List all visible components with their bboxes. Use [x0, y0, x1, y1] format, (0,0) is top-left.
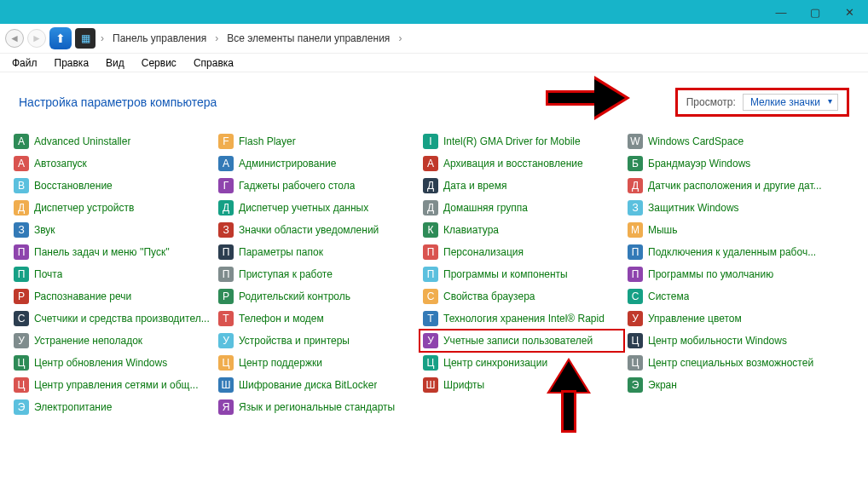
cp-item[interactable]: ААвтозапуск [10, 152, 215, 175]
cp-item-icon: П [14, 267, 29, 282]
breadcrumb[interactable]: ›Панель управления›Все элементы панели у… [99, 31, 403, 46]
cp-item[interactable]: ППерсонализация [420, 241, 624, 263]
cp-item[interactable]: ППочта [10, 263, 215, 285]
chevron-right-icon: › [396, 32, 403, 44]
cp-item-icon: Т [423, 311, 438, 326]
menubar: ФайлПравкаВидСервисСправка [0, 53, 868, 72]
cp-item[interactable]: ЗЗвук [10, 219, 215, 241]
cp-item-icon: З [628, 200, 643, 216]
cp-item[interactable]: ААдминистрирование [215, 152, 420, 175]
cp-item[interactable]: ЭЭлектропитание [10, 396, 215, 418]
cp-item[interactable]: AAdvanced Uninstaller [10, 130, 215, 152]
cp-item-icon: З [218, 222, 234, 238]
cp-item-icon: С [14, 311, 29, 326]
view-label: Просмотр: [686, 96, 736, 108]
cp-item[interactable]: ЦЦентр синхронизации [420, 352, 624, 374]
cp-item-icon: Ц [14, 355, 29, 371]
cp-item-label: Диспетчер устройств [34, 202, 134, 214]
cp-item[interactable]: ССистема [624, 285, 829, 307]
cp-item[interactable]: FFlash Player [215, 130, 420, 152]
cp-item-icon: С [423, 289, 438, 304]
cp-item-icon: Ц [14, 377, 29, 393]
maximize-button[interactable]: ▢ [798, 2, 832, 22]
cp-item[interactable]: УУправление цветом [624, 307, 829, 330]
cp-item[interactable]: ДДомашняя группа [420, 197, 624, 219]
cp-item-label: Домашняя группа [443, 202, 528, 214]
menu-сервис[interactable]: Сервис [135, 55, 183, 71]
cp-item-icon: Г [218, 178, 234, 193]
chevron-right-icon: › [213, 32, 220, 44]
cp-item[interactable]: ППанель задач и меню ''Пуск'' [10, 241, 215, 263]
menu-справка[interactable]: Справка [187, 55, 240, 71]
cp-item[interactable]: ССчетчики и средства производител... [10, 307, 215, 330]
cp-item[interactable]: ППараметры папок [215, 241, 420, 263]
cp-item-icon: Ц [628, 355, 643, 371]
menu-вид[interactable]: Вид [99, 55, 131, 71]
cp-item-label: Шрифты [443, 379, 484, 391]
cp-item[interactable]: ППрограммы и компоненты [420, 263, 624, 285]
cp-item[interactable]: ДДиспетчер устройств [10, 197, 215, 219]
cp-item[interactable]: ММышь [624, 219, 829, 241]
cp-item[interactable]: ППрограммы по умолчанию [624, 263, 829, 285]
cp-item-icon: З [14, 222, 29, 238]
cp-item[interactable]: УУчетные записи пользователей [420, 330, 624, 352]
cp-item[interactable]: ГГаджеты рабочего стола [215, 175, 420, 197]
menu-файл[interactable]: Файл [5, 55, 44, 71]
cp-item-icon: Э [14, 399, 29, 415]
cp-item-label: Звук [34, 224, 55, 236]
cp-item[interactable]: УУстранение неполадок [10, 330, 215, 352]
cp-item[interactable]: ППодключения к удаленным рабоч... [624, 241, 829, 263]
cp-item[interactable]: ББрандмауэр Windows [624, 152, 829, 175]
cp-item[interactable]: ССвойства браузера [420, 285, 624, 307]
back-button[interactable]: ◄ [5, 29, 24, 48]
minimize-button[interactable]: — [764, 2, 798, 22]
close-button[interactable]: ✕ [832, 2, 866, 22]
cp-item-label: Система [648, 290, 689, 302]
breadcrumb-item[interactable]: Все элементы панели управления [222, 31, 395, 46]
cp-item-label: Центр специальных возможностей [648, 357, 813, 369]
cp-item-label: Технология хранения Intel® Rapid [443, 313, 605, 325]
cp-item-label: Значки области уведомлений [239, 224, 379, 236]
up-button[interactable]: ⬆ [49, 27, 72, 49]
cp-item[interactable]: ЗЗащитник Windows [624, 197, 829, 219]
annotation-arrow-up [551, 358, 587, 443]
cp-item[interactable]: ШШифрование диска BitLocker [215, 374, 420, 396]
cp-item[interactable]: ЦЦентр специальных возможностей [624, 352, 829, 374]
control-panel-grid: AAdvanced UninstallerААвтозапускВВосстан… [0, 122, 868, 427]
cp-item-icon: A [14, 134, 29, 149]
cp-item[interactable]: ВВосстановление [10, 175, 215, 197]
cp-item-icon: Р [14, 289, 29, 304]
cp-item-icon: I [423, 134, 438, 149]
breadcrumb-item[interactable]: Панель управления [107, 31, 211, 46]
cp-item-label: Экран [648, 379, 677, 391]
cp-item[interactable]: ДДатчик расположения и другие дат... [624, 175, 829, 197]
cp-item-label: Программы по умолчанию [648, 268, 773, 280]
view-dropdown[interactable]: Мелкие значки [743, 94, 838, 111]
cp-item[interactable]: ЦЦентр мобильности Windows [624, 330, 829, 352]
cp-item[interactable]: УУстройства и принтеры [215, 330, 420, 352]
cp-item[interactable]: ЦЦентр поддержки [215, 352, 420, 374]
cp-item[interactable]: ЦЦентр обновления Windows [10, 352, 215, 374]
cp-item[interactable]: ААрхивация и восстановление [420, 152, 624, 175]
cp-item-icon: А [218, 156, 234, 171]
cp-item-icon: Ц [423, 355, 438, 371]
cp-item[interactable]: ППриступая к работе [215, 263, 420, 285]
cp-item[interactable]: WWindows CardSpace [624, 130, 829, 152]
cp-item[interactable]: ДДата и время [420, 175, 624, 197]
cp-item-label: Почта [34, 268, 62, 280]
forward-button[interactable]: ► [27, 29, 46, 48]
menu-правка[interactable]: Правка [48, 55, 96, 71]
cp-item-label: Брандмауэр Windows [648, 158, 750, 170]
cp-item[interactable]: ШШрифты [420, 374, 624, 396]
cp-item[interactable]: ЗЗначки области уведомлений [215, 219, 420, 241]
cp-item[interactable]: РРаспознавание речи [10, 285, 215, 307]
cp-item[interactable]: IIntel(R) GMA Driver for Mobile [420, 130, 624, 152]
cp-item[interactable]: ТТелефон и модем [215, 307, 420, 330]
cp-item[interactable]: ЭЭкран [624, 374, 829, 396]
cp-item[interactable]: ТТехнология хранения Intel® Rapid [420, 307, 624, 330]
cp-item[interactable]: ДДиспетчер учетных данных [215, 197, 420, 219]
cp-item[interactable]: РРодительский контроль [215, 285, 420, 307]
cp-item[interactable]: ЦЦентр управления сетями и общ... [10, 374, 215, 396]
cp-item[interactable]: ЯЯзык и региональные стандарты [215, 396, 420, 418]
cp-item[interactable]: ККлавиатура [420, 219, 624, 241]
